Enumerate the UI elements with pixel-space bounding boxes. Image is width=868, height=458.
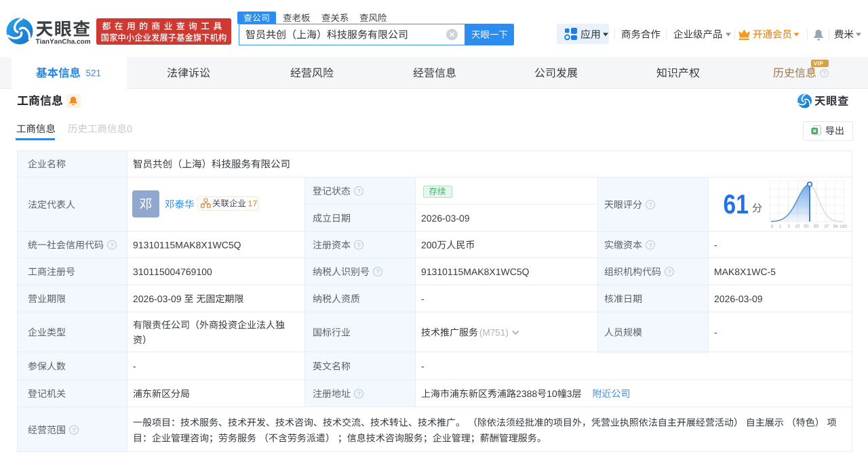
svg-text:?: ? (823, 70, 826, 77)
svg-text:?: ? (648, 242, 652, 249)
svg-text:?: ? (110, 242, 113, 249)
svg-text:?: ? (376, 268, 379, 275)
svg-text:?: ? (357, 390, 360, 397)
svg-text:?: ? (648, 201, 652, 208)
svg-text:?: ? (667, 268, 671, 275)
svg-text:?: ? (357, 188, 360, 194)
svg-text:?: ? (357, 242, 360, 249)
svg-text:?: ? (72, 427, 75, 434)
